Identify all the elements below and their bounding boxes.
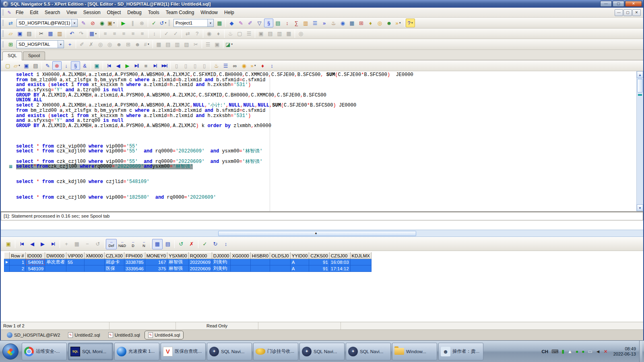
first-statement-icon[interactable]: |◀ [104, 61, 114, 70]
menu-item-edit[interactable]: Edit [27, 8, 41, 16]
minimize-button[interactable]: — [600, 1, 612, 7]
prior-record-icon[interactable]: ◀ [27, 239, 37, 249]
session-trace-icon[interactable]: ✎ [79, 19, 88, 27]
grid-cell[interactable]: 医保 [104, 265, 124, 272]
taskbar-item[interactable]: SQLSQL Moni... [68, 343, 113, 360]
grid-cell[interactable]: 375 [145, 265, 167, 272]
column-header-dj0000[interactable]: DJ0000 [212, 253, 231, 259]
keyboard-icon[interactable]: ⌨ [551, 349, 558, 354]
splitter-up-arrow-icon[interactable]: ▲ [314, 231, 318, 235]
grid-cell[interactable]: 91 [309, 265, 329, 272]
fetch-displayed-button[interactable]: ↔D [128, 239, 138, 249]
scrollbar-thumb[interactable] [637, 79, 643, 93]
grid-cell[interactable]: 548091 [26, 259, 45, 265]
show-desktop-button[interactable] [639, 341, 642, 362]
help-icon[interactable]: ?▼ [406, 19, 415, 27]
column-header-czlx00[interactable]: CZLX00 [104, 253, 124, 259]
save-file-icon[interactable]: ▣ [15, 29, 25, 38]
horizontal-splitter[interactable]: ▲ [1, 230, 643, 237]
grid-cell[interactable]: 20220609 [188, 259, 212, 265]
menu-item-object[interactable]: Object [104, 8, 124, 16]
column-header-rq0000[interactable]: RQ0000 [188, 253, 212, 259]
code-lamp-icon[interactable]: ♨ [212, 61, 221, 70]
doc-tab-sd-hospital-fw2[interactable]: SD_HOSPITAL@FW2 [3, 331, 64, 339]
taskbar-item[interactable]: 门诊挂号收... [253, 343, 298, 360]
cancel-icon[interactable]: ✗ [186, 239, 197, 249]
menu-item-view[interactable]: View [63, 8, 80, 16]
editor-options-icon[interactable]: ↕ [267, 61, 277, 70]
execute-statement-icon[interactable]: ▶ [123, 61, 132, 70]
doc-tab-untitled3-sql[interactable]: ✎Untitled3.sql [105, 331, 144, 339]
menu-item-window[interactable]: Window [197, 8, 221, 16]
web-update-icon[interactable]: ◉ [97, 19, 107, 27]
new-sql-icon[interactable]: ▢ [3, 61, 12, 70]
close-button[interactable]: ✕ [625, 1, 642, 7]
sql-window-icon[interactable]: § [71, 61, 80, 70]
column-header-id0000[interactable]: ID0000 [26, 253, 45, 259]
column-header-xg0000[interactable]: XG0000 [231, 253, 250, 259]
grid-view-icon[interactable]: ▦ [152, 239, 163, 249]
sql-analyzer-icon[interactable]: ∑ [292, 19, 301, 27]
print-icon[interactable]: ▤ [25, 29, 34, 38]
save-sql-icon[interactable]: ▣ [22, 61, 31, 70]
open-sql-icon[interactable]: ▱▼ [12, 61, 22, 70]
print-sql-icon[interactable]: ▤ [31, 61, 40, 70]
column-header-xm0000[interactable]: XM0000 [84, 253, 104, 259]
fetch-named-displayed-button[interactable]: ↔N&D [117, 239, 128, 249]
find-objects-icon[interactable]: ▽ [255, 19, 264, 27]
benchmark-icon[interactable]: ♦ [366, 19, 375, 27]
grid-cell[interactable]: 1 [10, 259, 26, 265]
last-statement-icon[interactable]: ▶▶| [160, 61, 169, 70]
grid-cell[interactable]: 刘美钧 [212, 265, 231, 272]
doc-tab-untitled4-sql[interactable]: ✎Untitled4.sql [144, 331, 184, 339]
grid-cell[interactable] [270, 265, 290, 272]
team-coding-icon[interactable]: ☻ [384, 19, 394, 27]
column-header-dw0000[interactable]: DW0000 [45, 253, 66, 259]
project-combo[interactable]: Project1 ▼ [173, 19, 214, 27]
column-header-czsj00[interactable]: CZSJ00 [329, 253, 350, 259]
column-header-yyid00[interactable]: YYID00 [290, 253, 309, 259]
grid-cell[interactable]: 55 [66, 259, 85, 265]
new-editor-icon[interactable]: ✐ [246, 19, 255, 27]
language-indicator[interactable]: CH [541, 349, 548, 354]
editor-vertical-scrollbar[interactable]: ▲ ▼ [636, 71, 643, 211]
fetch-default-button[interactable]: ↔Def [106, 239, 117, 249]
mdi-close-button[interactable]: ✕ [632, 9, 641, 16]
menu-item-debug[interactable]: Debug [124, 8, 144, 16]
grid-cell[interactable]: 林智强 [167, 259, 188, 265]
record-view-icon[interactable]: ▤ [163, 239, 173, 249]
quick-run-icon[interactable]: »▼ [249, 61, 258, 70]
grid-cell[interactable]: 548109 [26, 265, 45, 272]
tab-sql[interactable]: SQL [2, 51, 22, 60]
menu-item-team-coding[interactable]: Team Coding [163, 8, 198, 16]
grid-cell[interactable]: 167 [145, 259, 167, 265]
chevron-down-icon[interactable]: ▼ [71, 19, 77, 27]
turbo-mode-icon[interactable]: » [320, 19, 329, 27]
grid-cell[interactable]: 20220609 [188, 265, 212, 272]
grid-cell[interactable]: 单次患者 [45, 259, 66, 265]
menu-item-help[interactable]: Help [221, 8, 237, 16]
mdi-restore-button[interactable]: ▢ [623, 9, 632, 16]
wallet-icon[interactable]: ▣▼ [107, 19, 116, 27]
export-dataset-icon[interactable]: ◪▼ [225, 40, 234, 49]
connection-combo[interactable]: SD_HOSPITAL@FW2(1) ▼ [17, 19, 78, 27]
column-header-czks00[interactable]: CZKS00 [309, 253, 329, 259]
grid-cell[interactable] [66, 265, 85, 272]
options-gear-icon[interactable]: ◉ [338, 19, 347, 27]
undo-icon[interactable]: ↶ [67, 29, 76, 38]
grid-cell[interactable] [250, 265, 270, 272]
show-errors-icon[interactable]: ⊗ [52, 61, 62, 70]
previous-statement-icon[interactable]: ◀ [114, 61, 123, 70]
maximize-button[interactable]: ▢ [613, 1, 624, 7]
mdi-minimize-button[interactable]: — [615, 9, 623, 16]
table-row[interactable]: ▶1548091单次患者55就诊卡3338785167林智强20220609刘美… [4, 259, 372, 265]
grid-cell[interactable]: 91 [309, 259, 329, 265]
column-header-hisbr0[interactable]: HISBR0 [250, 253, 270, 259]
schema-combo[interactable]: SD_HOSPITAL ▼ [17, 40, 64, 48]
taskbar-item[interactable]: ✦SQL Navi... [346, 343, 391, 360]
column-header-fph000[interactable]: FPH000 [124, 253, 145, 259]
mute-badge-icon[interactable]: ✕ [604, 349, 608, 354]
grid-cell[interactable]: 3339546 [124, 265, 145, 272]
last-record-icon[interactable]: ▶| [48, 239, 58, 249]
chevron-down-icon[interactable]: ▼ [207, 19, 213, 27]
